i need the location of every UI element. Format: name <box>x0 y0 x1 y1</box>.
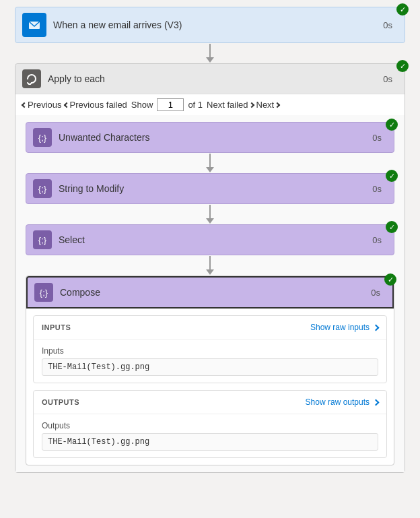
inputs-field-value: THE-Mail(Test).gg.png <box>42 358 378 376</box>
outputs-field-value: THE-Mail(Test).gg.png <box>42 433 378 451</box>
outputs-section: OUTPUTS Show raw outputs Outputs THE-Mai… <box>33 390 387 458</box>
action-select-icon: {;} <box>33 230 52 249</box>
action-unwanted-time: 0s <box>372 133 382 143</box>
action-string-label: String to Modify <box>59 183 372 194</box>
inputs-section: INPUTS Show raw inputs Inputs THE-Mail(T… <box>33 315 387 383</box>
loop-header[interactable]: Apply to each 0s ✓ <box>15 64 405 94</box>
pagination-bar: Previous Previous failed Show of 1 Next … <box>15 94 405 115</box>
connector-4 <box>206 255 214 276</box>
next-button[interactable]: Next <box>256 100 280 110</box>
trigger-block[interactable]: When a new email arrives (V3) 0s ✓ <box>15 7 405 43</box>
connector-1 <box>206 43 214 63</box>
connector-2 <box>206 153 214 173</box>
action-unwanted-icon: {;} <box>33 128 52 147</box>
action-unwanted-characters[interactable]: {;} Unwanted Characters 0s ✓ <box>26 122 394 153</box>
previous-button[interactable]: Previous <box>22 100 62 110</box>
outputs-title: OUTPUTS <box>42 398 79 406</box>
action-unwanted-label: Unwanted Characters <box>59 132 372 143</box>
loop-inner: {;} Unwanted Characters 0s ✓ {;} String … <box>15 115 405 472</box>
inputs-title: INPUTS <box>42 323 71 331</box>
inputs-section-body: Inputs THE-Mail(Test).gg.png <box>34 339 386 383</box>
loop-icon <box>22 69 41 88</box>
show-raw-inputs-link[interactable]: Show raw inputs <box>310 323 378 332</box>
outputs-section-body: Outputs THE-Mail(Test).gg.png <box>34 414 386 457</box>
next-failed-button[interactable]: Next failed <box>207 100 253 110</box>
action-select[interactable]: {;} Select 0s ✓ <box>26 224 394 255</box>
action-string-time: 0s <box>372 184 382 194</box>
loop-block: Apply to each 0s ✓ Previous Previous fai… <box>15 63 405 473</box>
loop-success-badge: ✓ <box>396 60 409 72</box>
action-select-time: 0s <box>372 235 382 245</box>
inputs-field-label: Inputs <box>42 346 378 356</box>
trigger-label: When a new email arrives (V3) <box>53 20 383 30</box>
compose-success: ✓ <box>384 273 396 286</box>
action-select-label: Select <box>59 234 372 245</box>
loop-time: 0s <box>383 74 392 84</box>
action-string-modify[interactable]: {;} String to Modify 0s ✓ <box>26 173 394 204</box>
previous-failed-button[interactable]: Previous failed <box>65 100 127 110</box>
connector-3 <box>206 204 214 224</box>
flow-container: When a new email arrives (V3) 0s ✓ Apply… <box>7 7 413 473</box>
trigger-time: 0s <box>383 20 392 30</box>
compose-icon: {;} <box>34 283 53 302</box>
outputs-field-label: Outputs <box>42 421 378 430</box>
show-raw-outputs-link[interactable]: Show raw outputs <box>306 397 378 407</box>
inputs-section-header: INPUTS Show raw inputs <box>34 316 386 339</box>
of-label: of 1 <box>188 100 203 110</box>
action-select-success: ✓ <box>386 221 398 233</box>
show-label: Show <box>131 100 153 110</box>
chevron-right-failed-icon <box>248 102 254 107</box>
loop-label: Apply to each <box>48 73 383 84</box>
pagination-input[interactable] <box>157 98 184 111</box>
action-unwanted-success: ✓ <box>386 119 398 131</box>
outputs-section-header: OUTPUTS Show raw outputs <box>34 391 386 414</box>
outputs-chevron-icon <box>373 399 380 406</box>
compose-label: Compose <box>60 287 371 298</box>
inputs-chevron-icon <box>373 324 380 331</box>
chevron-left-failed-icon <box>63 102 69 107</box>
chevron-right-icon <box>275 102 280 107</box>
action-string-success: ✓ <box>386 170 398 182</box>
action-string-icon: {;} <box>33 179 52 198</box>
trigger-icon <box>22 13 46 37</box>
compose-header[interactable]: {;} Compose 0s ✓ <box>26 276 394 309</box>
trigger-success-badge: ✓ <box>396 3 409 15</box>
compose-expanded-block: {;} Compose 0s ✓ INPUTS Show raw inputs <box>26 276 394 465</box>
chevron-left-icon <box>22 102 27 107</box>
compose-time: 0s <box>371 288 380 298</box>
